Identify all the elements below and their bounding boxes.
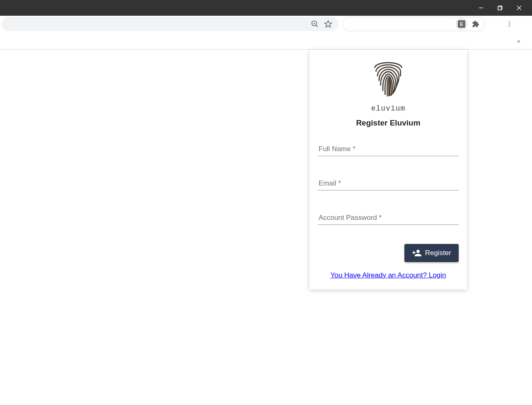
extension-badge-letter: E <box>458 20 465 28</box>
bookmarks-bar: » <box>0 32 532 50</box>
profile-extensions-pill: E <box>342 17 485 31</box>
extensions-menu-button[interactable] <box>469 17 482 31</box>
password-field-wrapper <box>318 211 459 225</box>
window-titlebar <box>0 0 532 16</box>
svg-rect-2 <box>498 7 501 10</box>
register-row: Register <box>318 244 459 262</box>
kebab-icon <box>505 20 513 28</box>
email-field-wrapper <box>318 177 459 190</box>
zoom-out-button[interactable] <box>308 17 322 31</box>
close-button[interactable] <box>510 0 529 16</box>
password-input[interactable] <box>318 211 459 225</box>
star-icon <box>324 20 332 28</box>
address-bar[interactable] <box>2 17 338 31</box>
svg-point-10 <box>509 21 510 22</box>
svg-line-7 <box>316 25 318 27</box>
maximize-icon <box>498 5 503 10</box>
maximize-button[interactable] <box>491 0 510 16</box>
brand-logo-area: eluvium <box>318 57 459 113</box>
zoom-out-icon <box>311 20 319 28</box>
register-button[interactable]: Register <box>404 244 459 262</box>
minimize-button[interactable] <box>472 0 491 16</box>
extension-popup: eluvium Register Eluvium Register You Ha… <box>310 50 467 289</box>
fullname-field-wrapper <box>318 142 459 156</box>
bookmarks-overflow-button[interactable]: » <box>514 36 524 46</box>
person-add-icon <box>412 248 422 258</box>
close-icon <box>517 5 522 10</box>
email-input[interactable] <box>318 177 459 190</box>
bookmark-button[interactable] <box>322 17 335 31</box>
fullname-input[interactable] <box>318 142 459 156</box>
svg-point-12 <box>509 26 510 27</box>
popup-title: Register Eluvium <box>318 118 459 128</box>
eluvium-extension-button[interactable]: E <box>456 18 467 30</box>
login-link[interactable]: You Have Already an Account? Login <box>330 271 446 279</box>
brand-name: eluvium <box>371 104 406 113</box>
puzzle-icon <box>472 20 479 28</box>
browser-menu-button[interactable] <box>503 17 516 31</box>
browser-toolbar: E <box>0 16 532 32</box>
fingerprint-shield-icon <box>368 57 408 99</box>
svg-point-11 <box>509 24 510 25</box>
register-button-label: Register <box>425 249 451 257</box>
chevron-right-double-icon: » <box>517 38 520 44</box>
svg-marker-9 <box>325 21 332 27</box>
minimize-icon <box>479 5 484 10</box>
login-link-row: You Have Already an Account? Login <box>318 271 459 280</box>
page-content: eluvium Register Eluvium Register You Ha… <box>0 50 532 405</box>
